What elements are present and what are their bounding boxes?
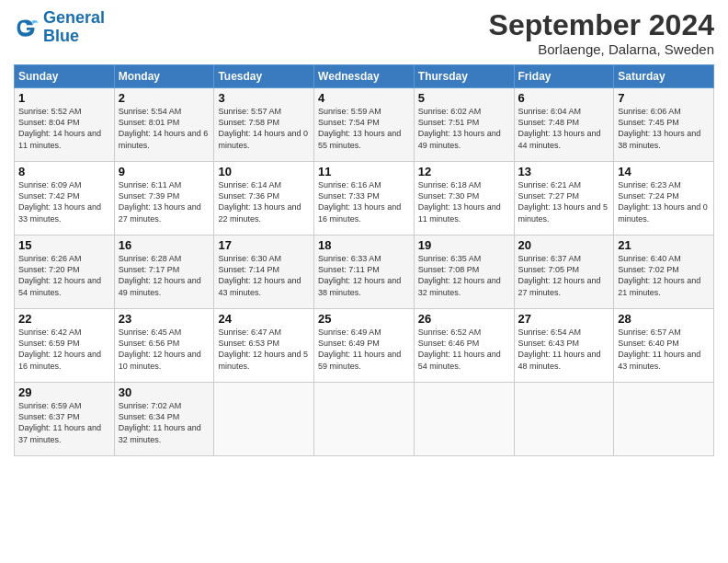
logo-blue: Blue xyxy=(43,27,79,45)
day-number: 1 xyxy=(18,91,110,105)
calendar-cell: 15Sunrise: 6:26 AMSunset: 7:20 PMDayligh… xyxy=(15,236,115,309)
day-info: Sunrise: 6:30 AMSunset: 7:14 PMDaylight:… xyxy=(218,253,310,298)
title-area: September 2024 Borlaenge, Dalarna, Swede… xyxy=(489,9,714,57)
header: General Blue September 2024 Borlaenge, D… xyxy=(14,9,714,57)
calendar-header: Sunday Monday Tuesday Wednesday Thursday… xyxy=(15,65,714,88)
calendar-cell: 26Sunrise: 6:52 AMSunset: 6:46 PMDayligh… xyxy=(414,309,514,383)
day-number: 17 xyxy=(218,238,310,252)
day-info: Sunrise: 6:49 AMSunset: 6:49 PMDaylight:… xyxy=(318,327,410,372)
day-info: Sunrise: 6:09 AMSunset: 7:42 PMDaylight:… xyxy=(18,179,110,224)
day-info: Sunrise: 5:57 AMSunset: 7:58 PMDaylight:… xyxy=(218,106,310,151)
page: General Blue September 2024 Borlaenge, D… xyxy=(0,0,728,563)
day-info: Sunrise: 5:59 AMSunset: 7:54 PMDaylight:… xyxy=(318,106,410,151)
calendar-cell: 24Sunrise: 6:47 AMSunset: 6:53 PMDayligh… xyxy=(214,309,314,383)
day-info: Sunrise: 6:54 AMSunset: 6:43 PMDaylight:… xyxy=(518,327,610,372)
calendar-cell: 2Sunrise: 5:54 AMSunset: 8:01 PMDaylight… xyxy=(114,88,214,162)
location-subtitle: Borlaenge, Dalarna, Sweden xyxy=(489,41,714,57)
calendar-week-4: 29Sunrise: 6:59 AMSunset: 6:37 PMDayligh… xyxy=(15,383,714,456)
month-title: September 2024 xyxy=(489,9,714,41)
logo-text-block: General Blue xyxy=(43,9,105,46)
calendar-cell: 6Sunrise: 6:04 AMSunset: 7:48 PMDaylight… xyxy=(514,88,614,162)
calendar-cell: 19Sunrise: 6:35 AMSunset: 7:08 PMDayligh… xyxy=(414,236,514,309)
calendar-cell: 4Sunrise: 5:59 AMSunset: 7:54 PMDaylight… xyxy=(314,88,415,162)
calendar-cell: 14Sunrise: 6:23 AMSunset: 7:24 PMDayligh… xyxy=(614,162,714,236)
day-info: Sunrise: 6:14 AMSunset: 7:36 PMDaylight:… xyxy=(218,179,310,224)
day-info: Sunrise: 6:23 AMSunset: 7:24 PMDaylight:… xyxy=(618,179,710,224)
calendar-cell: 20Sunrise: 6:37 AMSunset: 7:05 PMDayligh… xyxy=(514,236,614,309)
day-number: 29 xyxy=(18,385,110,399)
day-number: 5 xyxy=(418,91,510,105)
calendar-body: 1Sunrise: 5:52 AMSunset: 8:04 PMDaylight… xyxy=(15,88,714,456)
calendar-week-3: 22Sunrise: 6:42 AMSunset: 6:59 PMDayligh… xyxy=(15,309,714,383)
day-number: 6 xyxy=(518,91,610,105)
calendar-week-2: 15Sunrise: 6:26 AMSunset: 7:20 PMDayligh… xyxy=(15,236,714,309)
day-number: 25 xyxy=(318,312,410,326)
day-number: 13 xyxy=(518,165,610,178)
day-info: Sunrise: 6:47 AMSunset: 6:53 PMDaylight:… xyxy=(218,327,310,372)
col-tuesday: Tuesday xyxy=(214,65,314,88)
day-info: Sunrise: 6:04 AMSunset: 7:48 PMDaylight:… xyxy=(518,106,610,151)
day-number: 21 xyxy=(618,238,710,252)
day-info: Sunrise: 6:11 AMSunset: 7:39 PMDaylight:… xyxy=(119,179,210,224)
day-number: 2 xyxy=(119,91,210,105)
calendar-cell: 25Sunrise: 6:49 AMSunset: 6:49 PMDayligh… xyxy=(314,309,415,383)
day-info: Sunrise: 6:52 AMSunset: 6:46 PMDaylight:… xyxy=(418,327,510,372)
col-wednesday: Wednesday xyxy=(314,65,415,88)
calendar-cell: 7Sunrise: 6:06 AMSunset: 7:45 PMDaylight… xyxy=(614,88,714,162)
day-info: Sunrise: 5:54 AMSunset: 8:01 PMDaylight:… xyxy=(119,106,210,151)
calendar-cell: 29Sunrise: 6:59 AMSunset: 6:37 PMDayligh… xyxy=(15,383,115,456)
calendar-cell: 28Sunrise: 6:57 AMSunset: 6:40 PMDayligh… xyxy=(614,309,714,383)
day-number: 27 xyxy=(518,312,610,326)
day-number: 19 xyxy=(418,238,510,252)
day-info: Sunrise: 7:02 AMSunset: 6:34 PMDaylight:… xyxy=(119,400,210,445)
calendar-cell: 13Sunrise: 6:21 AMSunset: 7:27 PMDayligh… xyxy=(514,162,614,236)
calendar-cell: 17Sunrise: 6:30 AMSunset: 7:14 PMDayligh… xyxy=(214,236,314,309)
col-sunday: Sunday xyxy=(15,65,115,88)
logo-icon xyxy=(14,15,40,40)
calendar-cell: 3Sunrise: 5:57 AMSunset: 7:58 PMDaylight… xyxy=(214,88,314,162)
day-info: Sunrise: 5:52 AMSunset: 8:04 PMDaylight:… xyxy=(18,106,110,151)
day-info: Sunrise: 6:45 AMSunset: 6:56 PMDaylight:… xyxy=(119,327,210,372)
day-number: 12 xyxy=(418,165,510,178)
calendar-cell: 1Sunrise: 5:52 AMSunset: 8:04 PMDaylight… xyxy=(15,88,115,162)
day-number: 8 xyxy=(18,165,110,178)
col-saturday: Saturday xyxy=(614,65,714,88)
calendar-cell xyxy=(214,383,314,456)
day-info: Sunrise: 6:59 AMSunset: 6:37 PMDaylight:… xyxy=(18,400,110,445)
day-number: 7 xyxy=(618,91,710,105)
calendar-cell: 5Sunrise: 6:02 AMSunset: 7:51 PMDaylight… xyxy=(414,88,514,162)
day-number: 24 xyxy=(218,312,310,326)
calendar-cell xyxy=(514,383,614,456)
calendar-cell: 8Sunrise: 6:09 AMSunset: 7:42 PMDaylight… xyxy=(15,162,115,236)
day-info: Sunrise: 6:57 AMSunset: 6:40 PMDaylight:… xyxy=(618,327,710,372)
calendar-cell: 9Sunrise: 6:11 AMSunset: 7:39 PMDaylight… xyxy=(114,162,214,236)
day-number: 16 xyxy=(119,238,210,252)
day-number: 11 xyxy=(318,165,410,178)
day-number: 22 xyxy=(18,312,110,326)
calendar-cell: 21Sunrise: 6:40 AMSunset: 7:02 PMDayligh… xyxy=(614,236,714,309)
calendar-cell: 18Sunrise: 6:33 AMSunset: 7:11 PMDayligh… xyxy=(314,236,415,309)
calendar-cell xyxy=(414,383,514,456)
day-number: 14 xyxy=(618,165,710,178)
day-info: Sunrise: 6:28 AMSunset: 7:17 PMDaylight:… xyxy=(119,253,210,298)
calendar-cell xyxy=(614,383,714,456)
day-number: 28 xyxy=(618,312,710,326)
day-info: Sunrise: 6:26 AMSunset: 7:20 PMDaylight:… xyxy=(18,253,110,298)
calendar-table: Sunday Monday Tuesday Wednesday Thursday… xyxy=(14,64,714,456)
day-number: 3 xyxy=(218,91,310,105)
day-number: 10 xyxy=(218,165,310,178)
day-info: Sunrise: 6:16 AMSunset: 7:33 PMDaylight:… xyxy=(318,179,410,224)
day-number: 9 xyxy=(119,165,210,178)
day-number: 20 xyxy=(518,238,610,252)
col-monday: Monday xyxy=(114,65,214,88)
day-info: Sunrise: 6:42 AMSunset: 6:59 PMDaylight:… xyxy=(18,327,110,372)
day-number: 18 xyxy=(318,238,410,252)
calendar-week-1: 8Sunrise: 6:09 AMSunset: 7:42 PMDaylight… xyxy=(15,162,714,236)
day-info: Sunrise: 6:40 AMSunset: 7:02 PMDaylight:… xyxy=(618,253,710,298)
day-info: Sunrise: 6:02 AMSunset: 7:51 PMDaylight:… xyxy=(418,106,510,151)
calendar-cell: 22Sunrise: 6:42 AMSunset: 6:59 PMDayligh… xyxy=(15,309,115,383)
calendar-cell: 27Sunrise: 6:54 AMSunset: 6:43 PMDayligh… xyxy=(514,309,614,383)
day-info: Sunrise: 6:21 AMSunset: 7:27 PMDaylight:… xyxy=(518,179,610,224)
calendar-cell: 16Sunrise: 6:28 AMSunset: 7:17 PMDayligh… xyxy=(114,236,214,309)
logo: General Blue xyxy=(14,9,105,46)
